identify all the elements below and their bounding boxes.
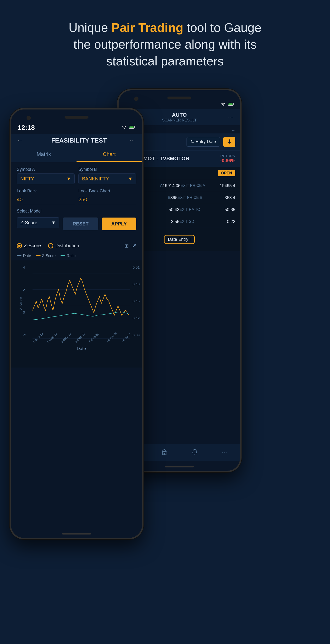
download-button[interactable]: ⬇	[223, 137, 235, 147]
distribution-radio[interactable]	[48, 243, 53, 248]
y-right-4: 0.42	[130, 316, 140, 320]
x-date-7: 16-Jun-20	[121, 331, 130, 343]
x-date-3: 1-Nov-19	[60, 332, 72, 343]
sd-value: 2.56	[171, 219, 179, 224]
y-axis-left: 4 2 0 -2	[23, 263, 32, 340]
right-nav-content: AUTO SCANNER RESULT	[162, 112, 197, 122]
price-a-value: 19914.05	[163, 183, 180, 188]
header-line1: Unique Pair Trading tool to Gauge	[29, 19, 301, 36]
header-section: Unique Pair Trading tool to Gauge the ou…	[0, 0, 330, 84]
apply-button[interactable]: APPLY	[102, 218, 136, 230]
reset-button[interactable]: RESET	[63, 218, 98, 230]
date-entry-badge[interactable]: Date Entry !	[164, 235, 194, 244]
header-line2: the outperformance along with its	[29, 36, 301, 53]
battery-icon	[129, 125, 135, 130]
status-icons	[122, 125, 135, 130]
y-axis-right: 0.51 0.48 0.45 0.42 0.39	[130, 263, 140, 340]
options-row: Z-Score Distribution ⊞ ⤢	[11, 239, 142, 252]
nav-bar: ← FEASIBILITY TEST ···	[11, 134, 142, 147]
chevron-down-icon-model: ▼	[51, 220, 56, 226]
legend-date-dot	[17, 256, 21, 256]
back-button[interactable]: ←	[17, 137, 23, 144]
legend-row: Date Z-Score Ratio	[11, 252, 142, 260]
legend-date: Date	[17, 254, 31, 258]
right-nav-title: AUTO	[162, 112, 197, 118]
y-right-2: 0.48	[130, 282, 140, 286]
y-right-5: 0.39	[130, 333, 140, 337]
price-b-value: 395	[170, 195, 177, 200]
symbol-a-group: Symbol A NIFTY ▼	[17, 167, 75, 184]
zscore-radio[interactable]	[17, 243, 22, 248]
sort-label: Entry Date	[196, 139, 216, 144]
lookback-value[interactable]: 40	[17, 195, 75, 204]
svg-rect-1	[130, 126, 134, 128]
right-menu-button[interactable]: ···	[228, 114, 234, 120]
model-section: Select Model Z-Score ▼ RESET APPLY	[17, 209, 136, 230]
lookback-chart-label: Look Back Chart	[78, 188, 136, 194]
tab-chart[interactable]: Chart	[77, 147, 142, 162]
home-bar[interactable]	[62, 533, 91, 534]
right-power-btn[interactable]	[240, 148, 242, 170]
header-line3: statistical parameters	[29, 53, 301, 70]
exit-sd-value: 0.22	[227, 219, 235, 224]
x-date-5: 6-Feb-20	[88, 332, 100, 343]
nav-title: FEASIBILITY TEST	[28, 137, 130, 144]
chart-svg: 03-Jul-19 0-Aug-19 1-Nov-19 1-Dec-19 6-F…	[32, 263, 130, 344]
distribution-option[interactable]: Distribution	[48, 243, 79, 248]
zscore-option[interactable]: Z-Score	[17, 243, 41, 248]
zscore-line	[32, 278, 129, 315]
distribution-label: Distribution	[55, 243, 79, 248]
x-date-2: 0-Aug-19	[47, 332, 58, 343]
legend-ratio: Ratio	[60, 254, 76, 258]
left-phone: 12:18 ← FEASIBILITY TEST ··· Matrix	[9, 108, 144, 539]
exit-ratio-value: 50.85	[225, 207, 235, 212]
x-date-1: 03-Jul-19	[33, 332, 44, 343]
tab-matrix[interactable]: Matrix	[11, 147, 77, 162]
y-label-4: 4	[23, 265, 32, 269]
y-label-0: 0	[23, 310, 32, 314]
svg-rect-15	[164, 453, 165, 455]
y-right-1: 0.51	[130, 265, 140, 269]
exit-price-a-label: EXIT PRICE A	[180, 184, 220, 188]
tabs: Matrix Chart	[11, 147, 142, 162]
status-time: 12:18	[18, 124, 35, 132]
legend-zscore-dot	[36, 256, 41, 256]
lookback-chart-value[interactable]: 250	[78, 195, 136, 204]
right-home-bar[interactable]	[165, 466, 194, 468]
x-date-4: 1-Dec-19	[74, 332, 86, 343]
lookback-chart-group: Look Back Chart 250	[78, 188, 136, 204]
nav-bell[interactable]	[191, 448, 198, 457]
nav-building[interactable]	[161, 448, 168, 457]
legend-zscore: Z-Score	[36, 254, 56, 258]
open-badge: OPEN	[218, 170, 235, 176]
nav-more[interactable]: ···	[222, 450, 228, 456]
power-btn[interactable]	[142, 167, 144, 188]
grid-icon[interactable]: ⊞	[124, 243, 129, 249]
download-icon: ⬇	[227, 139, 231, 145]
y-left-title: Z-Score	[19, 297, 23, 310]
exit-price-b-value: 383.4	[225, 195, 235, 200]
ratio-line	[32, 312, 129, 320]
header-highlight: Pair Trading	[111, 20, 183, 34]
return-label: RETURN	[220, 154, 235, 158]
phones-container: 12:18 ← FEASIBILITY TEST ··· Matrix	[0, 89, 330, 616]
y-right-3: 0.45	[130, 299, 140, 303]
svg-rect-8	[229, 103, 233, 105]
menu-button[interactable]: ···	[130, 138, 136, 144]
left-phone-speaker	[65, 116, 88, 118]
legend-ratio-label: Ratio	[67, 254, 76, 258]
header-post-text: tool to Gauge	[183, 20, 262, 34]
expand-icon[interactable]: ⤢	[132, 243, 136, 249]
right-nav-subtitle: SCANNER RESULT	[162, 118, 197, 122]
right-phone-speaker	[167, 96, 191, 100]
grid-icons: ⊞ ⤢	[124, 243, 136, 249]
left-phone-screen: 12:18 ← FEASIBILITY TEST ··· Matrix	[11, 110, 142, 538]
symbol-b-select[interactable]: BANKNIFTY ▼	[78, 174, 136, 184]
ratio-value: 50.42	[168, 207, 179, 212]
sort-button[interactable]: ⇅ Entry Date	[186, 137, 220, 146]
chevron-down-icon: ▼	[66, 176, 71, 182]
right-wifi-icon	[220, 102, 226, 107]
button-row: RESET APPLY	[63, 218, 136, 230]
model-select[interactable]: Z-Score ▼	[17, 217, 59, 228]
symbol-a-select[interactable]: NIFTY ▼	[17, 174, 75, 184]
